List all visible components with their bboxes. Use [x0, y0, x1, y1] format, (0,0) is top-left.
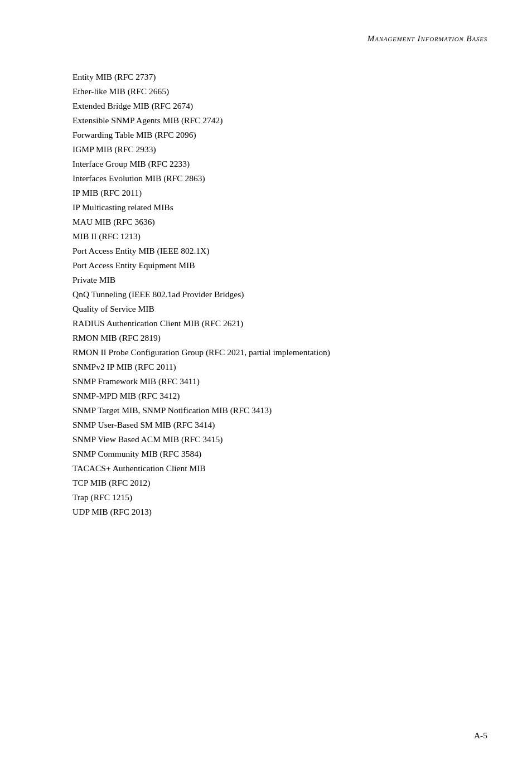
list-item: RMON II Probe Configuration Group (RFC 2…: [72, 346, 487, 359]
list-item: SNMP-MPD MIB (RFC 3412): [72, 389, 487, 403]
list-item: Private MIB: [72, 273, 487, 287]
list-item: Quality of Service MIB: [72, 302, 487, 316]
list-item: UDP MIB (RFC 2013): [72, 505, 487, 519]
list-item: Port Access Entity Equipment MIB: [72, 259, 487, 272]
header-title: Management Information Bases: [367, 33, 487, 43]
list-item: SNMP View Based ACM MIB (RFC 3415): [72, 433, 487, 446]
list-item: RADIUS Authentication Client MIB (RFC 26…: [72, 317, 487, 330]
list-item: IP MIB (RFC 2011): [72, 186, 487, 200]
list-item: Interfaces Evolution MIB (RFC 2863): [72, 172, 487, 185]
list-item: TACACS+ Authentication Client MIB: [72, 462, 487, 475]
list-item: MIB II (RFC 1213): [72, 230, 487, 243]
list-item: Entity MIB (RFC 2737): [72, 70, 487, 84]
list-item: Extensible SNMP Agents MIB (RFC 2742): [72, 114, 487, 127]
page-footer: A-5: [474, 731, 487, 741]
list-item: SNMP User-Based SM MIB (RFC 3414): [72, 418, 487, 432]
page-number: A-5: [474, 731, 487, 740]
list-item: Ether-like MIB (RFC 2665): [72, 85, 487, 98]
list-item: MAU MIB (RFC 3636): [72, 215, 487, 229]
list-item: QnQ Tunneling (IEEE 802.1ad Provider Bri…: [72, 288, 487, 301]
list-item: SNMPv2 IP MIB (RFC 2011): [72, 360, 487, 374]
page-header: Management Information Bases: [72, 33, 487, 43]
list-item: IGMP MIB (RFC 2933): [72, 143, 487, 156]
list-item: Interface Group MIB (RFC 2233): [72, 157, 487, 171]
list-item: RMON MIB (RFC 2819): [72, 331, 487, 345]
page-container: Management Information Bases Entity MIB …: [0, 0, 532, 774]
mib-list: Entity MIB (RFC 2737)Ether-like MIB (RFC…: [72, 70, 487, 519]
content-area: Entity MIB (RFC 2737)Ether-like MIB (RFC…: [72, 70, 487, 519]
list-item: IP Multicasting related MIBs: [72, 201, 487, 214]
list-item: Forwarding Table MIB (RFC 2096): [72, 128, 487, 142]
list-item: Trap (RFC 1215): [72, 491, 487, 504]
list-item: Port Access Entity MIB (IEEE 802.1X): [72, 244, 487, 258]
list-item: SNMP Community MIB (RFC 3584): [72, 447, 487, 461]
list-item: SNMP Framework MIB (RFC 3411): [72, 375, 487, 388]
list-item: SNMP Target MIB, SNMP Notification MIB (…: [72, 404, 487, 417]
list-item: TCP MIB (RFC 2012): [72, 476, 487, 490]
list-item: Extended Bridge MIB (RFC 2674): [72, 99, 487, 113]
